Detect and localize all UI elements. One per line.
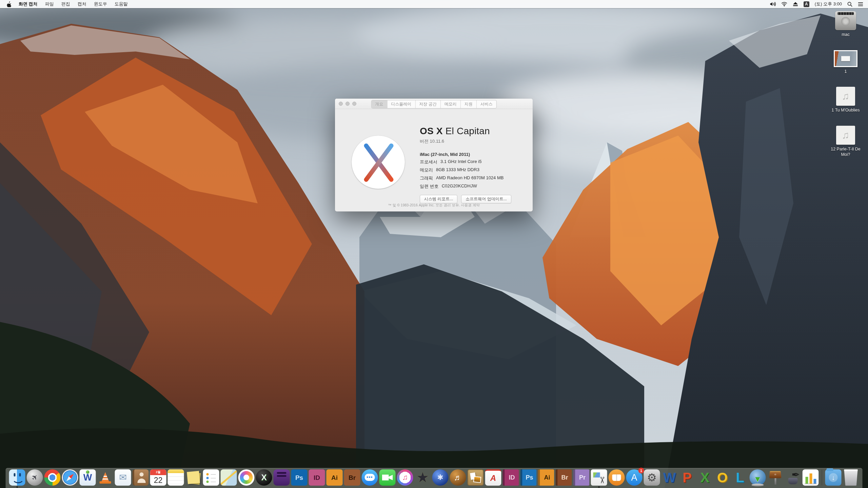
dock-indesign-cs5-icon[interactable]: ID xyxy=(503,469,519,486)
dock-facetime-icon[interactable] xyxy=(379,469,396,486)
menu-app-name[interactable]: 화면 캡처 xyxy=(15,0,41,8)
indesign-glyph: ID xyxy=(314,474,320,481)
dock-app-store-icon[interactable]: A1 xyxy=(626,469,643,486)
dock-notes-icon[interactable] xyxy=(168,469,184,486)
dock-reminders-icon[interactable] xyxy=(203,469,219,486)
dock-toast-icon[interactable] xyxy=(274,469,290,486)
about-button-2[interactable]: 소프트웨어 업데이트... xyxy=(461,195,511,203)
dock-mail-icon[interactable]: ✉ xyxy=(115,469,131,486)
dock-maps-icon[interactable] xyxy=(221,469,237,486)
about-tabs: 개요디스플레이저장 공간메모리지원서비스 xyxy=(371,100,496,108)
dock-stickies-icon[interactable] xyxy=(185,469,202,486)
menu-bar-left: 화면 캡처 파일편집캡처윈도우도움말 xyxy=(3,0,132,8)
spotlight-icon[interactable] xyxy=(847,2,852,7)
copyright-body: ™ 및 © 1983-2016 Apple Inc. 모든 권리 보유. xyxy=(388,203,460,207)
dock-w-globe-app-icon[interactable]: W xyxy=(80,469,96,486)
spec-label-3: 일련 번호 xyxy=(420,183,439,189)
dock-system-preferences-icon[interactable]: ⚙ xyxy=(644,469,660,486)
dock-trash-icon[interactable] xyxy=(843,469,859,486)
dock-pages-icon[interactable]: ✒ xyxy=(785,469,801,486)
dock-word-icon[interactable]: W xyxy=(662,469,678,486)
dock-powerpoint-icon[interactable]: P xyxy=(679,469,695,486)
dock-finder-icon[interactable] xyxy=(9,469,25,486)
input-source-icon[interactable]: A xyxy=(804,1,809,7)
dock-safari-icon[interactable] xyxy=(62,469,78,486)
illustrator-glyph: Ai xyxy=(331,474,338,481)
dock-video-player-app-icon[interactable]: ✱ xyxy=(432,469,449,486)
dock-premiere-cs5-icon[interactable]: Pr xyxy=(573,469,590,486)
dock-globe-download-app-icon[interactable]: ▼ xyxy=(750,469,766,486)
finder-running-indicator xyxy=(17,486,18,488)
dock-messages-icon[interactable]: ••• xyxy=(362,469,378,486)
volume-icon[interactable] xyxy=(770,2,776,6)
illustrator-cs5-glyph: Ai xyxy=(544,474,550,481)
dock-screen-capture-icon[interactable]: ✂ xyxy=(591,469,607,486)
dock-illustrator-cs5-icon[interactable]: Ai xyxy=(538,469,554,486)
spec-row-0: 프로세서3.1 GHz Intel Core i5 xyxy=(420,159,525,165)
dock-photoshop-cs5-icon[interactable]: Ps xyxy=(520,469,537,486)
license-agreement-link[interactable]: 사용권 계약 xyxy=(461,203,479,207)
dock-chrome-icon[interactable] xyxy=(44,469,61,486)
about-button-1[interactable]: 시스템 리포트... xyxy=(420,195,457,203)
dock-itunes-icon[interactable]: ♫ xyxy=(397,469,413,486)
minimize-button[interactable] xyxy=(346,102,350,106)
dock-numbers-icon[interactable] xyxy=(803,469,819,486)
tab-서비스[interactable]: 서비스 xyxy=(476,100,496,108)
dock-bridge-icon[interactable]: Br xyxy=(344,469,360,486)
os-title-light: El Capitan xyxy=(443,126,490,136)
tab-지원[interactable]: 지원 xyxy=(460,100,476,108)
acrobat-glyph: A xyxy=(490,474,496,482)
dock-photoshop-icon[interactable]: Ps xyxy=(291,469,308,486)
copyright-text: ™ 및 © 1983-2016 Apple Inc. 모든 권리 보유. 사용권… xyxy=(335,203,533,208)
dock-corkboard-app-icon[interactable] xyxy=(468,469,484,486)
about-info: OS X El Capitan 버전 10.11.6 iMac (27-inch… xyxy=(420,126,525,203)
dock-garageband-icon[interactable]: ♬ xyxy=(450,469,466,486)
dock-vlc-icon[interactable] xyxy=(97,469,114,486)
menu-item-3[interactable]: 캡처 xyxy=(74,0,90,8)
tab-디스플레이[interactable]: 디스플레이 xyxy=(387,100,415,108)
desktop-icon-audio-file-1[interactable]: ♫1 Tu M'Oublies xyxy=(832,87,860,113)
window-titlebar[interactable]: 개요디스플레이저장 공간메모리지원서비스 xyxy=(335,99,533,109)
app-store-glyph: A xyxy=(631,473,637,482)
desktop-wallpaper xyxy=(0,0,868,488)
dock-downloads-folder-icon[interactable]: ↓ xyxy=(825,469,842,486)
dock-launchpad-icon[interactable]: ✈ xyxy=(27,469,43,486)
dock-imovie-icon[interactable]: ★ xyxy=(415,469,431,486)
menu-item-2[interactable]: 편집 xyxy=(58,0,74,8)
menu-item-1[interactable]: 파일 xyxy=(41,0,58,8)
menu-bar: 화면 캡처 파일편집캡처윈도우도움말 A (토) 오후 3:00 xyxy=(0,0,868,8)
dock-lync-icon[interactable]: L xyxy=(732,469,748,486)
spec-row-3: 일련 번호C02G20KCDHJW xyxy=(420,183,525,189)
dock-excel-icon[interactable]: X xyxy=(697,469,713,486)
desktop-icon-audio-file-12[interactable]: ♫12 Parle-T-Il De Moi? xyxy=(827,126,864,157)
dock-bridge-cs5-icon[interactable]: Br xyxy=(556,469,572,486)
menu-item-5[interactable]: 도움말 xyxy=(111,0,132,8)
dock-contacts-icon[interactable] xyxy=(133,469,149,486)
desktop-icon-hard-drive-mac[interactable]: mac xyxy=(835,11,856,38)
apple-menu-icon[interactable] xyxy=(3,1,15,7)
tab-저장 공간[interactable]: 저장 공간 xyxy=(415,100,440,108)
desktop-icon-label: 1 Tu M'Oublies xyxy=(832,108,860,113)
dock-acrobat-icon[interactable]: A xyxy=(485,469,501,486)
dock-indesign-icon[interactable]: ID xyxy=(309,469,325,486)
menu-item-4[interactable]: 윈도우 xyxy=(90,0,111,8)
dock-keynote-icon[interactable]: ▫ xyxy=(767,469,784,486)
bridge-cs5-glyph: Br xyxy=(561,474,568,481)
eject-icon[interactable] xyxy=(793,2,798,6)
menu-bar-clock[interactable]: (토) 오후 3:00 xyxy=(815,1,842,7)
dock-illustrator-icon[interactable]: Ai xyxy=(327,469,343,486)
notification-center-icon[interactable] xyxy=(858,2,863,6)
os-version: 버전 10.11.6 xyxy=(420,138,525,144)
dock-photos-icon[interactable] xyxy=(238,469,255,486)
tab-개요[interactable]: 개요 xyxy=(371,100,387,108)
zoom-button[interactable] xyxy=(352,102,356,106)
dock-calendar-icon[interactable]: 2월22 xyxy=(150,469,166,486)
desktop-icon-image-file-1[interactable]: 1 xyxy=(834,50,857,75)
wifi-icon[interactable] xyxy=(781,2,787,6)
dock-x-dark-app-icon[interactable]: X xyxy=(256,469,272,486)
dock-ibooks-icon[interactable] xyxy=(609,469,625,486)
tab-메모리[interactable]: 메모리 xyxy=(440,100,460,108)
close-button[interactable] xyxy=(339,102,343,106)
spec-label-2: 그래픽 xyxy=(420,175,433,181)
dock-outlook-icon[interactable]: O xyxy=(714,469,731,486)
